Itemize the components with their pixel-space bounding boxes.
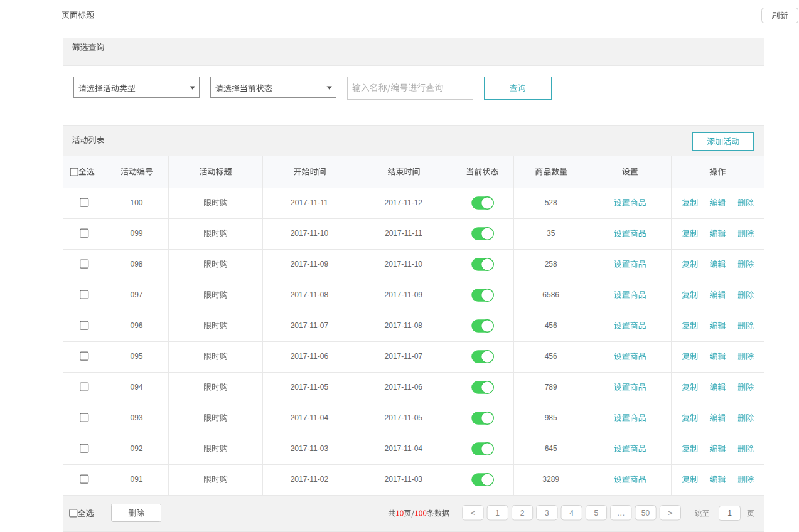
svg-text:258: 258 — [545, 260, 557, 269]
svg-text:100: 100 — [130, 198, 142, 207]
svg-text:2017-11-05: 2017-11-05 — [385, 413, 423, 422]
svg-text:4: 4 — [569, 509, 574, 518]
svg-text:094: 094 — [130, 383, 142, 391]
svg-text:2017-11-09: 2017-11-09 — [291, 260, 329, 269]
svg-text:2017-11-10: 2017-11-10 — [385, 260, 423, 269]
svg-text:095: 095 — [130, 352, 142, 361]
svg-text:2017-11-03: 2017-11-03 — [291, 444, 329, 453]
svg-text:2017-11-02: 2017-11-02 — [291, 475, 329, 484]
svg-text:099: 099 — [130, 229, 142, 238]
svg-text:098: 098 — [130, 260, 142, 269]
svg-text:2: 2 — [520, 509, 525, 518]
svg-text:2017-11-07: 2017-11-07 — [291, 321, 329, 330]
svg-text:2017-11-05: 2017-11-05 — [291, 383, 329, 391]
svg-text:2017-11-08: 2017-11-08 — [291, 290, 329, 299]
svg-text:2017-11-08: 2017-11-08 — [385, 321, 423, 330]
svg-text:456: 456 — [545, 321, 557, 330]
svg-text:2017-11-11: 2017-11-11 — [385, 229, 422, 238]
svg-text:097: 097 — [130, 290, 142, 299]
svg-text:2017-11-04: 2017-11-04 — [385, 444, 423, 453]
svg-text:1: 1 — [727, 509, 732, 518]
svg-text:…: … — [617, 508, 625, 518]
svg-text:2017-11-12: 2017-11-12 — [385, 198, 423, 207]
svg-text:<: < — [471, 508, 476, 518]
svg-text:2017-11-04: 2017-11-04 — [291, 413, 329, 422]
svg-text:35: 35 — [547, 229, 555, 238]
svg-text:528: 528 — [545, 198, 557, 207]
svg-text:2017-11-03: 2017-11-03 — [385, 475, 423, 484]
svg-text:3: 3 — [545, 509, 549, 518]
svg-text:6586: 6586 — [542, 290, 559, 299]
svg-text:985: 985 — [545, 413, 557, 422]
svg-text:2017-11-07: 2017-11-07 — [385, 352, 423, 361]
svg-text:789: 789 — [545, 383, 557, 391]
svg-text:5: 5 — [594, 509, 599, 518]
svg-text:091: 091 — [130, 475, 142, 484]
svg-text:096: 096 — [130, 321, 142, 330]
svg-text:1: 1 — [495, 509, 500, 518]
svg-text:2017-11-10: 2017-11-10 — [291, 229, 329, 238]
svg-text:2017-11-09: 2017-11-09 — [385, 290, 423, 299]
svg-text:2017-11-11: 2017-11-11 — [291, 198, 328, 207]
svg-text:2017-11-06: 2017-11-06 — [385, 383, 423, 391]
svg-text:092: 092 — [130, 444, 142, 453]
svg-text:2017-11-06: 2017-11-06 — [291, 352, 329, 361]
svg-text:3289: 3289 — [542, 475, 559, 484]
svg-text:50: 50 — [641, 509, 650, 518]
svg-text:>: > — [668, 508, 673, 518]
svg-text:456: 456 — [545, 352, 557, 361]
svg-text:093: 093 — [130, 413, 142, 422]
svg-text:645: 645 — [545, 444, 557, 453]
